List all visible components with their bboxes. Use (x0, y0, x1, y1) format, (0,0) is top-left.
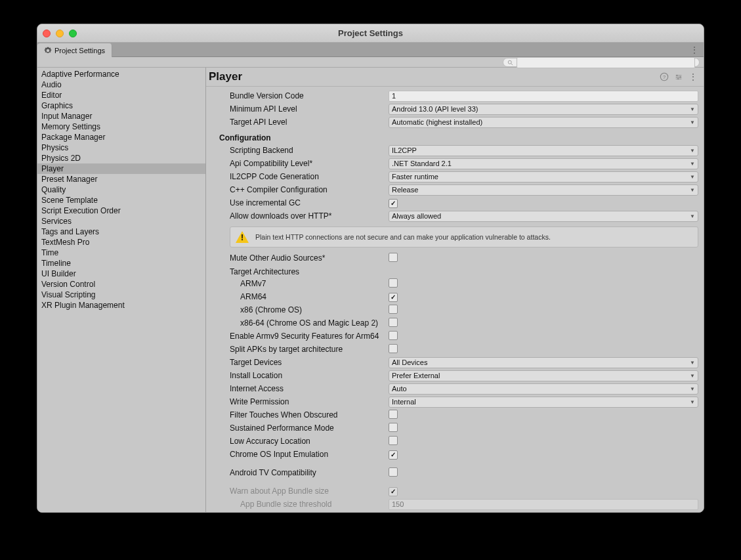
svg-point-6 (677, 78, 679, 79)
dropdown-il2cpp-codegen[interactable]: Faster runtime (389, 171, 698, 183)
sidebar-item-adaptive-performance[interactable]: Adaptive Performance (37, 69, 205, 79)
label-filter-touches: Filter Touches When Obscured (219, 410, 389, 420)
row-bundle-version-code: Bundle Version Code (219, 89, 698, 102)
sidebar-item-editor[interactable]: Editor (37, 90, 205, 100)
row-allow-http: Allow downloads over HTTP* Always allowe… (219, 209, 698, 223)
row-il2cpp-codegen: IL2CPP Code Generation Faster runtime (219, 170, 698, 183)
checkbox-armv9-security[interactable] (389, 331, 398, 340)
checkbox-arch-arm64[interactable] (389, 293, 398, 302)
label-mute-other-audio: Mute Other Audio Sources* (219, 253, 389, 263)
sidebar-item-scene-template[interactable]: Scene Template (37, 195, 205, 205)
label-sustained-perf: Sustained Performance Mode (219, 423, 389, 433)
sidebar-item-quality[interactable]: Quality (37, 184, 205, 195)
row-split-apks: Split APKs by target architecture (219, 343, 698, 356)
label-il2cpp-codegen: IL2CPP Code Generation (219, 172, 389, 181)
sidebar-item-time[interactable]: Time (37, 248, 205, 258)
sidebar-item-memory-settings[interactable]: Memory Settings (37, 121, 205, 132)
checkbox-mute-other-audio[interactable] (389, 253, 398, 262)
label-allow-http: Allow downloads over HTTP* (219, 211, 389, 221)
input-bundle-version-code[interactable] (389, 91, 698, 102)
dropdown-cpp-compiler[interactable]: Release (389, 184, 698, 196)
label-arch-x86-64: x86-64 (Chrome OS and Magic Leap 2) (219, 318, 389, 328)
search-input[interactable] (517, 57, 695, 68)
sidebar-item-package-manager[interactable]: Package Manager (37, 132, 205, 142)
checkbox-filter-touches[interactable] (389, 410, 398, 419)
sidebar-item-graphics[interactable]: Graphics (37, 100, 205, 111)
dropdown-allow-http[interactable]: Always allowed (389, 211, 698, 222)
sidebar-item-visual-scripting[interactable]: Visual Scripting (37, 290, 205, 300)
main-header: Player ? ⋮ (206, 68, 704, 87)
checkbox-low-accuracy-loc[interactable] (389, 436, 398, 445)
dropdown-target-devices[interactable]: All Devices (389, 357, 698, 368)
row-target-api-level: Target API Level Automatic (highest inst… (219, 116, 698, 129)
dropdown-install-location[interactable]: Prefer External (389, 370, 698, 381)
sidebar-item-preset-manager[interactable]: Preset Manager (37, 174, 205, 184)
content-area: Bundle Version Code Minimum API Level An… (206, 87, 704, 512)
search-field[interactable] (503, 58, 700, 67)
sidebar-item-ui-builder[interactable]: UI Builder (37, 269, 205, 279)
checkbox-arch-armv7[interactable] (389, 278, 398, 288)
row-arch-armv7: ARMv7 (219, 277, 698, 290)
checkbox-split-apks[interactable] (389, 344, 398, 353)
label-arch-armv7: ARMv7 (219, 279, 389, 288)
dropdown-internet-access[interactable]: Auto (389, 383, 698, 395)
row-target-devices: Target Devices All Devices (219, 356, 698, 369)
sidebar-item-xr-plugin-management[interactable]: XR Plugin Management (37, 300, 205, 311)
label-min-api-level: Minimum API Level (219, 104, 389, 114)
dropdown-scripting-backend[interactable]: IL2CPP (389, 145, 698, 156)
minimize-window-button[interactable] (56, 30, 64, 37)
dropdown-api-compat[interactable]: .NET Standard 2.1 (389, 158, 698, 169)
row-armv9-security: Enable Armv9 Security Features for Arm64 (219, 330, 698, 343)
label-android-tv: Android TV Compatibility (219, 468, 389, 477)
close-window-button[interactable] (43, 30, 51, 37)
help-icon[interactable]: ? (659, 72, 669, 82)
body: Adaptive Performance Audio Editor Graphi… (37, 68, 704, 512)
tab-menu-button[interactable]: ⋮ (685, 43, 704, 56)
checkbox-arch-x86-64[interactable] (389, 318, 398, 327)
row-internet-access: Internet Access Auto (219, 382, 698, 395)
svg-line-1 (511, 64, 513, 66)
sidebar-item-version-control[interactable]: Version Control (37, 279, 205, 290)
sidebar-item-script-execution-order[interactable]: Script Execution Order (37, 205, 205, 216)
sidebar-item-timeline[interactable]: Timeline (37, 258, 205, 269)
sidebar-item-input-manager[interactable]: Input Manager (37, 111, 205, 121)
zoom-window-button[interactable] (69, 30, 77, 37)
settings-icon[interactable] (673, 72, 684, 82)
sidebar-item-tags-and-layers[interactable]: Tags and Layers (37, 226, 205, 237)
dropdown-write-permission[interactable]: Internal (389, 397, 698, 408)
sidebar-item-textmesh-pro[interactable]: TextMesh Pro (37, 237, 205, 248)
label-bundle-size-threshold: App Bundle size threshold (219, 500, 389, 509)
label-incremental-gc: Use incremental GC (219, 198, 389, 207)
panel-menu-icon[interactable]: ⋮ (688, 72, 698, 82)
dropdown-min-api-level[interactable]: Android 13.0 (API level 33) (389, 104, 698, 115)
row-bundle-size-threshold: App Bundle size threshold (219, 498, 698, 511)
label-scripting-backend: Scripting Backend (219, 146, 389, 155)
row-install-location: Install Location Prefer External (219, 369, 698, 382)
row-incremental-gc: Use incremental GC (219, 196, 698, 209)
sidebar-item-physics-2d[interactable]: Physics 2D (37, 153, 205, 163)
sidebar-item-services[interactable]: Services (37, 216, 205, 226)
label-internet-access: Internet Access (219, 384, 389, 393)
sidebar-item-physics[interactable]: Physics (37, 142, 205, 153)
input-bundle-size-threshold (389, 499, 698, 510)
main-panel: Player ? ⋮ Bundle Version Code (206, 68, 704, 512)
label-target-api-level: Target API Level (219, 118, 389, 127)
sidebar-item-player[interactable]: Player (37, 163, 205, 174)
window-title: Project Settings (37, 28, 704, 38)
label-split-apks: Split APKs by target architecture (219, 345, 389, 354)
dropdown-target-api-level[interactable]: Automatic (highest installed) (389, 117, 698, 128)
player-settings-form: Bundle Version Code Minimum API Level An… (206, 89, 704, 511)
checkbox-incremental-gc[interactable] (389, 199, 398, 208)
checkbox-android-tv[interactable] (389, 467, 398, 477)
row-scripting-backend: Scripting Backend IL2CPP (219, 144, 698, 157)
svg-point-5 (679, 76, 681, 77)
row-filter-touches: Filter Touches When Obscured (219, 408, 698, 421)
row-min-api-level: Minimum API Level Android 13.0 (API leve… (219, 102, 698, 116)
checkbox-chrome-os-input[interactable] (389, 450, 398, 460)
tab-project-settings[interactable]: Project Settings (37, 43, 112, 58)
project-settings-window: Project Settings Project Settings ⋮ Adap… (37, 24, 704, 513)
row-android-tv: Android TV Compatibility (219, 466, 698, 479)
checkbox-sustained-perf[interactable] (389, 423, 398, 432)
checkbox-arch-x86[interactable] (389, 305, 398, 314)
sidebar-item-audio[interactable]: Audio (37, 79, 205, 90)
